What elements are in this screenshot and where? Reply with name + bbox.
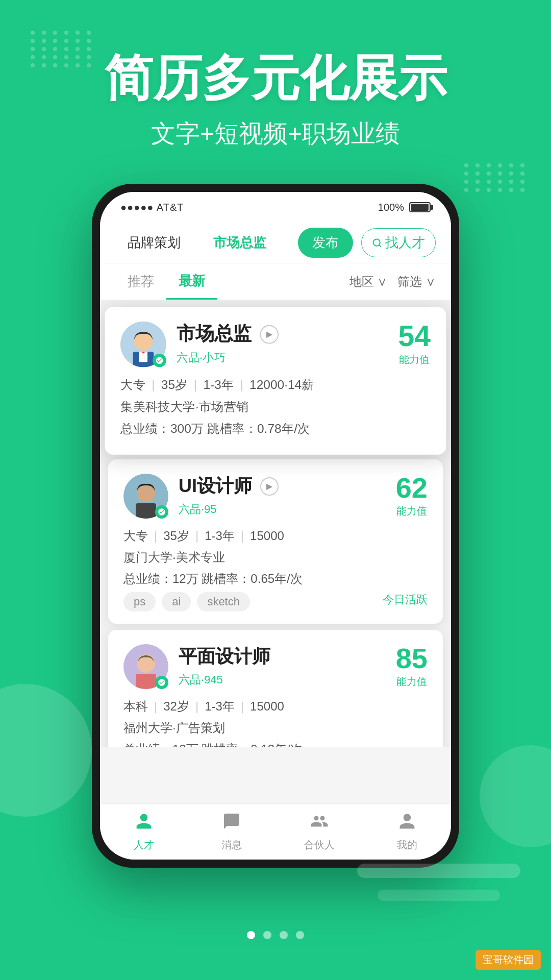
card-name-3: 平面设计师 bbox=[179, 644, 270, 669]
nav-item-partner[interactable]: 合伙人 bbox=[276, 812, 363, 852]
filter-tab-latest[interactable]: 最新 bbox=[166, 263, 217, 300]
card-details-2: 大专| 35岁| 1-3年| 15000 bbox=[123, 528, 428, 544]
battery-percent: 100% bbox=[378, 202, 404, 213]
bottom-nav: 人才 消息 合伙人 我 bbox=[100, 803, 451, 860]
filter-region[interactable]: 地区 ∨ bbox=[349, 274, 388, 290]
card-name-2: UI设计师 bbox=[179, 474, 252, 499]
nav-label-message: 消息 bbox=[221, 838, 242, 852]
card-tags-2: ps ai sketch 今日活跃 bbox=[123, 592, 428, 611]
avatar-wrap-1 bbox=[120, 322, 166, 368]
bg-stripe-1 bbox=[357, 864, 520, 878]
message-icon bbox=[222, 812, 241, 835]
svg-point-0 bbox=[373, 239, 380, 246]
svg-rect-8 bbox=[136, 503, 156, 519]
card-details-1: 大专| 35岁| 1-3年| 12000·14薪 bbox=[120, 377, 431, 394]
svg-line-1 bbox=[379, 244, 381, 247]
bg-dots-topright bbox=[464, 163, 525, 214]
profile-card-1[interactable]: 市场总监 ▶ 六品·小巧 54 能力值 大专| 35岁| 1 bbox=[105, 307, 446, 455]
score-label-1: 能力值 bbox=[398, 353, 431, 367]
avatar-badge-1 bbox=[153, 354, 166, 368]
nav-item-talent[interactable]: 人才 bbox=[100, 812, 188, 852]
partner-icon bbox=[310, 812, 329, 835]
card-school-3: 福州大学·广告策划 bbox=[123, 720, 428, 736]
active-label-2: 今日活跃 bbox=[383, 592, 428, 611]
bg-circle-bottomright bbox=[480, 745, 551, 847]
avatar-badge-2 bbox=[155, 505, 168, 519]
filter-tab-recommend[interactable]: 推荐 bbox=[115, 263, 166, 300]
phone-mockup: ●●●●● AT&T 100% 品牌策划 市场总监 发布 找人才 推荐 最新 bbox=[92, 184, 459, 868]
page-dots bbox=[247, 931, 304, 939]
profile-card-2[interactable]: UI设计师 ▶ 六品·95 62 能力值 大专| 35岁| bbox=[108, 459, 443, 624]
card-list: 市场总监 ▶ 六品·小巧 54 能力值 大专| 35岁| 1 bbox=[100, 300, 451, 747]
nav-tag-shichang[interactable]: 市场总监 bbox=[201, 229, 279, 257]
nav-item-message[interactable]: 消息 bbox=[188, 812, 276, 852]
page-dot-1[interactable] bbox=[247, 931, 255, 939]
ability-score-3: 85 能力值 bbox=[396, 644, 428, 689]
card-school-2: 厦门大学·美术专业 bbox=[123, 549, 428, 566]
score-label-2: 能力值 bbox=[396, 504, 428, 518]
card-info-1: 市场总监 ▶ 六品·小巧 bbox=[177, 322, 398, 366]
talent-icon bbox=[135, 812, 153, 835]
card-userid-1: 六品·小巧 bbox=[177, 350, 398, 366]
card-name-1: 市场总监 bbox=[177, 322, 252, 347]
avatar-badge-3 bbox=[155, 676, 168, 689]
ability-score-1: 54 能力值 bbox=[398, 322, 431, 367]
tag-sketch-2: sketch bbox=[197, 592, 250, 611]
bg-stripe-2 bbox=[378, 890, 500, 901]
filter-bar: 推荐 最新 地区 ∨ 筛选 ∨ bbox=[100, 263, 451, 300]
score-label-3: 能力值 bbox=[396, 675, 428, 689]
phone-inner: ●●●●● AT&T 100% 品牌策划 市场总监 发布 找人才 推荐 最新 bbox=[100, 192, 451, 860]
filter-screen[interactable]: 筛选 ∨ bbox=[397, 274, 436, 290]
card-achievement-1: 总业绩：300万 跳槽率：0.78年/次 bbox=[120, 421, 431, 437]
filter-right: 地区 ∨ 筛选 ∨ bbox=[349, 274, 436, 290]
page-dot-3[interactable] bbox=[280, 931, 288, 939]
main-title: 简历多元化展示 bbox=[31, 51, 520, 105]
card-school-1: 集美科技大学·市场营销 bbox=[120, 399, 431, 415]
svg-rect-11 bbox=[136, 674, 156, 689]
avatar-wrap-3 bbox=[123, 644, 168, 689]
score-num-1: 54 bbox=[398, 322, 431, 351]
play-button-1[interactable]: ▶ bbox=[260, 325, 279, 344]
card-info-2: UI设计师 ▶ 六品·95 bbox=[179, 474, 396, 517]
play-button-2[interactable]: ▶ bbox=[260, 477, 279, 496]
card-achievement-3: 总业绩：12万 跳槽率：0.13年/次 bbox=[123, 741, 428, 747]
nav-label-partner: 合伙人 bbox=[304, 838, 335, 852]
mine-icon bbox=[398, 812, 416, 835]
bg-circle-bottomleft bbox=[0, 684, 92, 817]
score-num-3: 85 bbox=[396, 644, 428, 673]
publish-button[interactable]: 发布 bbox=[298, 228, 353, 258]
nav-tag-pinpai[interactable]: 品牌策划 bbox=[115, 229, 193, 257]
find-talent-button[interactable]: 找人才 bbox=[361, 228, 436, 257]
nav-item-mine[interactable]: 我的 bbox=[363, 812, 451, 852]
ability-score-2: 62 能力值 bbox=[396, 474, 428, 518]
card-details-3: 本科| 32岁| 1-3年| 15000 bbox=[123, 698, 428, 715]
watermark: 宝哥软件园 bbox=[475, 950, 541, 970]
card-achievement-2: 总业绩：12万 跳槽率：0.65年/次 bbox=[123, 571, 428, 587]
status-right: 100% bbox=[378, 202, 431, 213]
nav-label-mine: 我的 bbox=[397, 838, 417, 852]
tag-ps-2: ps bbox=[123, 592, 156, 611]
card-userid-3: 六品·945 bbox=[179, 672, 396, 688]
phone-outer: ●●●●● AT&T 100% 品牌策划 市场总监 发布 找人才 推荐 最新 bbox=[92, 184, 459, 868]
status-carrier: ●●●●● AT&T bbox=[120, 202, 184, 213]
sub-title: 文字+短视频+职场业绩 bbox=[31, 117, 520, 150]
score-num-2: 62 bbox=[396, 474, 428, 502]
tag-ai-2: ai bbox=[162, 592, 191, 611]
avatar-wrap-2 bbox=[123, 474, 168, 519]
card-info-3: 平面设计师 六品·945 bbox=[179, 644, 396, 688]
battery-icon bbox=[409, 202, 431, 212]
nav-label-talent: 人才 bbox=[134, 838, 154, 852]
profile-card-3[interactable]: 平面设计师 六品·945 85 能力值 本科| 32岁| 1-3年| bbox=[108, 630, 443, 747]
status-bar: ●●●●● AT&T 100% bbox=[100, 192, 451, 223]
card-userid-2: 六品·95 bbox=[179, 502, 396, 517]
app-nav: 品牌策划 市场总监 发布 找人才 bbox=[100, 223, 451, 263]
page-dot-4[interactable] bbox=[296, 931, 304, 939]
page-dot-2[interactable] bbox=[263, 931, 271, 939]
header-area: 简历多元化展示 文字+短视频+职场业绩 bbox=[0, 51, 551, 150]
